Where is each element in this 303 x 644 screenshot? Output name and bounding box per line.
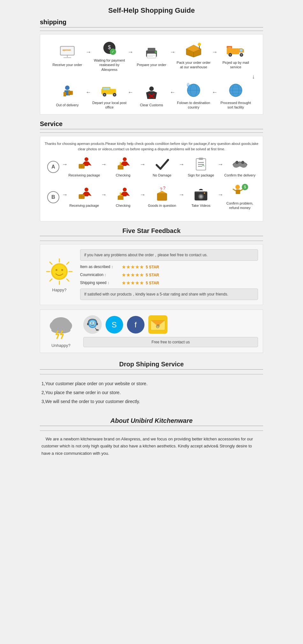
- arrow-6: ←: [128, 89, 133, 96]
- arrow-2: →: [128, 49, 133, 56]
- svg-text:apeman: apeman: [63, 49, 71, 51]
- email-icon[interactable]: @: [148, 315, 167, 334]
- skype-icon[interactable]: S: [106, 316, 123, 333]
- flow-item-6: Out of delivery: [50, 84, 85, 107]
- svg-point-93: [120, 192, 122, 194]
- svg-point-72: [120, 162, 122, 164]
- svg-point-105: [235, 185, 240, 189]
- drop-shipping-title: Drop Shiping Service: [40, 361, 263, 370]
- svg-point-87: [123, 188, 127, 191]
- service-row-a: A → Receiveing package: [43, 156, 260, 177]
- printer-icon: [142, 44, 161, 61]
- unhappy-content: S f @: [83, 315, 258, 347]
- svg-marker-69: [127, 161, 130, 166]
- flow-item-4: Pack your order order at our warehouse: [176, 41, 211, 70]
- svg-point-133: [94, 323, 95, 324]
- flow-item-7: Depart your local post office: [92, 82, 127, 110]
- happy-box: Happy? if you have any problems about th…: [40, 244, 263, 305]
- arrow-a2: →: [140, 161, 145, 168]
- service-label-a5: Confirm the delivery: [224, 173, 255, 177]
- svg-point-80: [85, 188, 88, 191]
- flow-label-9: Folown to destination country: [176, 101, 211, 110]
- service-label-a2: Checking: [116, 173, 130, 177]
- arrow-4: →: [212, 49, 218, 56]
- service-label-a4: Sign for package: [188, 173, 214, 177]
- receiving-icon-a: [76, 156, 92, 172]
- svg-point-14: [155, 51, 157, 53]
- svg-point-121: [55, 269, 57, 271]
- svg-point-79: [241, 161, 244, 164]
- arrow-3: →: [170, 49, 175, 56]
- camera-icon: [193, 186, 209, 202]
- badge-a: A: [47, 161, 59, 173]
- checking-icon-b: [115, 186, 131, 202]
- package-icon: [184, 41, 203, 59]
- svg-rect-67: [123, 161, 127, 166]
- svg-text:f: f: [135, 320, 137, 329]
- arrow-1: →: [85, 49, 91, 56]
- drop-item-3: 3,We will send the order to your custome…: [41, 397, 262, 406]
- svg-rect-33: [63, 92, 66, 96]
- svg-line-116: [67, 279, 69, 281]
- service-row-b: B → Receiving package →: [43, 184, 260, 210]
- svg-rect-39: [103, 88, 110, 90]
- van-icon: [100, 82, 119, 99]
- checking-icon-a: [115, 156, 131, 172]
- page: Self-Help Shopping Guide shipping apeman…: [32, 0, 271, 468]
- svg-rect-135: [96, 323, 98, 325]
- service-note: Thanks for choosing apeman products.Plea…: [43, 141, 260, 152]
- svg-point-43: [114, 94, 115, 96]
- svg-point-53: [187, 83, 189, 86]
- arrow-5: ←: [85, 89, 91, 96]
- unhappy-label: Unhappy?: [51, 343, 70, 348]
- svg-point-66: [123, 157, 127, 161]
- receiving-icon-b: [76, 186, 92, 202]
- shipping-flow: apeman Receive your order → $ ✓: [40, 34, 263, 115]
- payment-icon: $ ✓: [100, 39, 119, 57]
- svg-point-26: [229, 54, 231, 56]
- drop-shipping-list: 1,Your customer place order on your webs…: [40, 378, 263, 408]
- flow-item-3: Prepare your order: [134, 44, 169, 67]
- arrow-a4: →: [218, 161, 223, 168]
- service-item-a1: Receiveing package: [68, 156, 100, 177]
- about-section: About Unibird Kitchenware We are a newbo…: [40, 414, 263, 461]
- about-title: About Unibird Kitchenware: [40, 417, 263, 426]
- arrow-8: ←: [212, 89, 218, 96]
- shipping-row-2: Out of delivery ← Depart your local pos: [43, 82, 260, 110]
- svg-marker-46: [146, 91, 157, 99]
- service-item-b3: ? ? Goods in question: [146, 186, 178, 208]
- about-text: We are a newborn kitchenware brand on Al…: [40, 434, 263, 458]
- svg-rect-106: [236, 190, 240, 194]
- main-title: Self-Help Shopping Guide: [40, 6, 263, 15]
- svg-point-78: [235, 161, 239, 164]
- service-item-b4: Take Videos: [185, 186, 217, 208]
- svg-rect-10: [148, 48, 155, 51]
- feedback-row-2: Coumnication： ★★★★★ 5 STAR: [80, 272, 258, 278]
- shipping-header: shipping: [40, 19, 263, 27]
- flow-label-3: Prepare your order: [137, 63, 166, 67]
- arrow-a3: →: [179, 161, 184, 168]
- svg-rect-137: [96, 329, 99, 331]
- svg-rect-13: [148, 56, 153, 57]
- svg-point-132: [91, 323, 92, 324]
- facebook-icon[interactable]: f: [127, 316, 144, 333]
- svg-rect-11: [147, 54, 156, 58]
- feedback-row-3: Shipping speed： ★★★★★ 5 STAR: [80, 280, 258, 286]
- feedback-label-3: Shipping speed：: [80, 280, 122, 286]
- svg-text:✓: ✓: [111, 49, 115, 54]
- svg-rect-60: [85, 161, 88, 166]
- service-label-b2: Checking: [116, 203, 130, 208]
- feedback-message: if you have any problems about the order…: [80, 249, 258, 261]
- svg-rect-12: [148, 55, 155, 56]
- svg-text:?: ?: [160, 187, 162, 192]
- happy-label: Happy?: [52, 288, 67, 292]
- svg-rect-94: [157, 193, 167, 200]
- service-label-b1: Receiving package: [70, 203, 99, 208]
- feedback-title: Five Star Feedback: [40, 227, 263, 236]
- svg-text:$: $: [244, 185, 246, 189]
- star-count-2: 5 STAR: [146, 273, 159, 277]
- feedback-bottom-msg: If satisfied with our products，kindly le…: [80, 288, 258, 300]
- flow-item-2: $ ✓ Waiting for payment realeased by Ali…: [92, 39, 127, 72]
- svg-point-44: [149, 86, 154, 91]
- arrow-b4: →: [218, 191, 223, 198]
